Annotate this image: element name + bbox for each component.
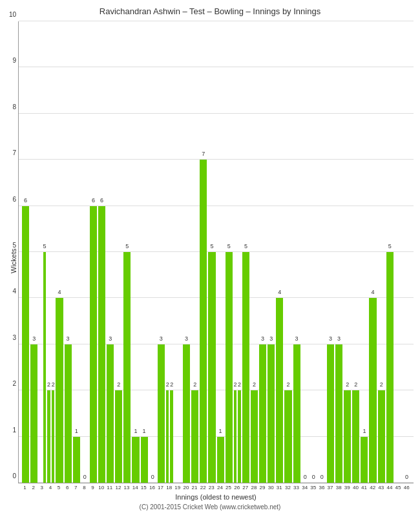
- bar-label-35-1: 0: [312, 474, 315, 480]
- bar-31-1: 4: [276, 298, 283, 483]
- bar-pair-21: 2: [191, 21, 199, 483]
- bar-label-36-1: 0: [320, 474, 324, 480]
- bar-5-1: 4: [56, 298, 63, 483]
- bar-pair-43: 2: [377, 21, 386, 483]
- x-tick-3: 3: [37, 483, 46, 491]
- bar-33-1: 3: [293, 344, 300, 483]
- bar-pair-19: [174, 21, 182, 483]
- bar-22-1: 7: [200, 160, 207, 483]
- bar-4-2: 2: [52, 390, 55, 483]
- bar-pair-24: 1: [216, 21, 225, 483]
- bar-pair-39: 2: [343, 21, 352, 483]
- bar-4-1: 2: [47, 390, 50, 483]
- bar-label-32-1: 2: [286, 381, 289, 388]
- x-tick-40: 40: [352, 483, 360, 491]
- bar-21-1: 2: [191, 390, 198, 483]
- bar-label-4-1: 2: [47, 381, 50, 388]
- bar-pair-9: 6: [89, 21, 98, 483]
- bar-label-15-1: 1: [143, 428, 146, 434]
- bar-pair-18: 22: [165, 21, 174, 483]
- bar-pair-2: 3: [30, 21, 38, 483]
- bar-pair-20: 3: [182, 21, 191, 483]
- bar-pair-3: 5: [38, 21, 47, 483]
- bar-pair-13: 5: [123, 21, 131, 483]
- bar-label-38-1: 3: [337, 335, 341, 342]
- x-tick-6: 6: [63, 483, 72, 491]
- bar-41-1: 1: [361, 437, 368, 483]
- x-axis-label: Innings (oldest to newest): [18, 493, 414, 501]
- bar-label-5-1: 4: [58, 289, 61, 295]
- bar-label-18-1: 2: [166, 381, 169, 388]
- x-tick-37: 37: [326, 483, 335, 491]
- bar-38-1: 3: [335, 344, 342, 483]
- x-tick-22: 22: [199, 483, 207, 491]
- bar-42-1: 4: [369, 298, 376, 483]
- bar-pair-16: 0: [149, 21, 157, 483]
- bar-28-1: 2: [251, 390, 258, 483]
- bar-label-20-1: 3: [185, 335, 188, 342]
- bar-label-27-1: 5: [244, 243, 247, 249]
- bar-7-1: 1: [73, 437, 80, 483]
- x-tick-38: 38: [335, 483, 343, 491]
- bar-pair-17: 3: [157, 21, 165, 483]
- x-tick-4: 4: [46, 483, 54, 491]
- bar-label-13-1: 5: [125, 243, 129, 249]
- x-tick-7: 7: [72, 483, 80, 491]
- bar-26-1: 2: [234, 390, 237, 483]
- bar-label-4-2: 2: [52, 381, 55, 388]
- x-tick-43: 43: [377, 483, 385, 491]
- bar-pair-4: 22: [47, 21, 55, 483]
- bar-label-9-1: 6: [92, 197, 95, 204]
- bar-23-1: 5: [208, 252, 215, 483]
- bar-label-23-1: 5: [210, 243, 213, 249]
- bars-group: 6352243106632511032232751522523342300033…: [19, 21, 414, 483]
- bar-label-25-1: 5: [227, 243, 231, 249]
- y-tick-6: 6: [5, 195, 16, 202]
- bar-pair-14: 1: [131, 21, 140, 483]
- bar-pair-22: 7: [199, 21, 207, 483]
- x-tick-30: 30: [267, 483, 275, 491]
- bar-label-43-1: 2: [380, 381, 383, 388]
- chart-container: Ravichandran Ashwin – Test – Bowling – I…: [0, 0, 420, 517]
- y-tick-1: 1: [5, 426, 16, 433]
- bar-pair-45: [394, 21, 403, 483]
- bar-9-1: 6: [90, 206, 97, 483]
- bar-label-3-2: 5: [43, 243, 47, 249]
- bar-label-6-1: 3: [67, 335, 70, 342]
- bar-32-1: 2: [284, 390, 291, 483]
- bar-label-7-1: 1: [75, 428, 78, 434]
- bar-label-37-1: 3: [329, 335, 332, 342]
- bar-label-2-1: 3: [32, 335, 36, 342]
- x-tick-44: 44: [385, 483, 394, 491]
- bar-label-44-1: 5: [388, 243, 392, 249]
- x-tick-46: 46: [403, 483, 411, 491]
- x-tick-13: 13: [123, 483, 131, 491]
- y-tick-8: 8: [5, 103, 16, 110]
- bar-pair-15: 1: [140, 21, 149, 483]
- x-tick-2: 2: [29, 483, 37, 491]
- bar-pair-40: 2: [352, 21, 360, 483]
- y-tick-0: 0: [5, 472, 16, 480]
- bar-2-1: 3: [30, 344, 37, 483]
- y-tick-2: 2: [5, 380, 16, 387]
- bar-24-1: 1: [217, 437, 224, 483]
- x-tick-34: 34: [300, 483, 309, 491]
- bar-14-1: 1: [132, 437, 139, 483]
- bar-30-1: 3: [268, 344, 275, 483]
- bar-pair-10: 6: [98, 21, 106, 483]
- x-tick-39: 39: [343, 483, 352, 491]
- x-tick-11: 11: [105, 483, 114, 491]
- chart-inner: 0123456789106352243106632511032232751522…: [18, 21, 414, 501]
- x-tick-17: 17: [156, 483, 165, 491]
- bar-pair-8: 0: [81, 21, 89, 483]
- bar-label-42-1: 4: [372, 289, 375, 295]
- bar-label-8-1: 0: [83, 474, 87, 480]
- chart-area: Wickets 01234567891063522431066325110322…: [6, 21, 414, 501]
- x-tick-19: 19: [173, 483, 182, 491]
- x-tick-14: 14: [131, 483, 140, 491]
- x-tick-24: 24: [216, 483, 224, 491]
- x-tick-18: 18: [165, 483, 173, 491]
- footer: (C) 2001-2015 Cricket Web (www.cricketwe…: [140, 503, 281, 511]
- y-tick-5: 5: [5, 242, 16, 249]
- x-tick-27: 27: [241, 483, 249, 491]
